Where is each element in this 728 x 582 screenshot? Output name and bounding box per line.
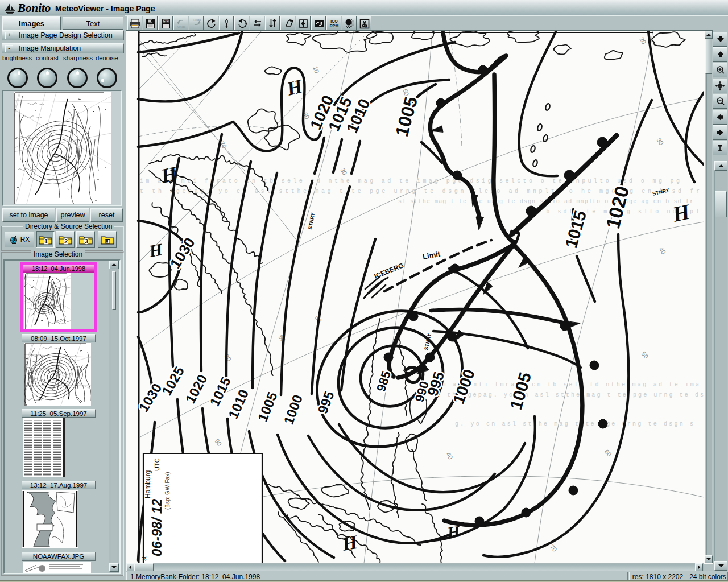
- svg-text:60: 60: [603, 448, 613, 458]
- svg-text:Undo: Undo: [177, 25, 186, 28]
- svg-text:1025: 1025: [159, 364, 187, 398]
- svg-text:RPM: RPM: [329, 24, 338, 28]
- svg-text:30: 30: [655, 137, 665, 146]
- svg-text:1030: 1030: [135, 381, 164, 415]
- svg-text:Limit: Limit: [422, 250, 441, 261]
- svg-text:3: 3: [84, 238, 88, 245]
- svg-text:1005: 1005: [391, 94, 421, 139]
- svg-text:50: 50: [277, 333, 287, 343]
- svg-text:985: 985: [374, 369, 394, 394]
- svg-text:RS: RS: [163, 19, 168, 23]
- svg-text:1005: 1005: [506, 370, 535, 411]
- svg-text:1: 1: [44, 238, 47, 245]
- svg-text:1030: 1030: [167, 234, 198, 271]
- svg-text:2: 2: [64, 238, 67, 245]
- svg-text:1000: 1000: [280, 393, 305, 426]
- svg-text:o: o: [365, 25, 367, 28]
- svg-text:10: 10: [312, 65, 320, 75]
- svg-text:30: 30: [339, 167, 349, 176]
- svg-text:UTC: UTC: [154, 458, 160, 471]
- svg-text:H: H: [147, 240, 164, 261]
- svg-text:40: 40: [657, 246, 667, 255]
- svg-text:90: 90: [213, 437, 223, 447]
- svg-text:20: 20: [638, 36, 648, 46]
- svg-text:im alr mti fmrato cn tb sele t: im alr mti fmrato cn tb sele td nthe mag…: [140, 178, 680, 184]
- svg-text:st: st: [141, 556, 147, 561]
- svg-text:1005: 1005: [255, 390, 280, 424]
- svg-text:t th mgepag. yo cn asl stthe m: t th mgepag. yo cn asl stthe mag t te pg…: [437, 392, 704, 398]
- svg-text:ICO: ICO: [330, 19, 338, 23]
- svg-text:Hamburg: Hamburg: [144, 470, 152, 498]
- svg-text:1010: 1010: [225, 387, 251, 421]
- svg-text:H: H: [284, 75, 305, 100]
- svg-text:70: 70: [549, 543, 559, 553]
- svg-text:80: 80: [223, 353, 233, 362]
- svg-text:Redo: Redo: [193, 18, 201, 22]
- svg-text:H: H: [340, 531, 360, 555]
- svg-text:im alr mti fmrato cn tb sele t: im alr mti fmrato cn tb sele td nthe mag…: [437, 382, 700, 388]
- svg-text:50: 50: [640, 350, 650, 360]
- svg-text:1020: 1020: [183, 372, 210, 406]
- svg-text:g. yo cn asl stthe mag t te pg: g. yo cn asl stthe mag t te pge urng te …: [455, 421, 694, 427]
- svg-text:ICEBERG: ICEBERG: [373, 261, 405, 280]
- svg-text:STNRY: STNRY: [307, 212, 316, 230]
- svg-text:(Bsp: GW-Fax): (Bsp: GW-Fax): [164, 472, 171, 510]
- svg-text:06-98/ 12: 06-98/ 12: [149, 498, 164, 556]
- svg-text:40: 40: [445, 451, 454, 461]
